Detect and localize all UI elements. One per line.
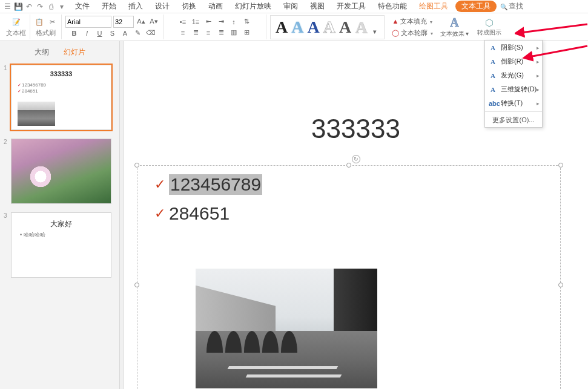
group-font: A▴ A▾ B I U S A ✎ ⌫ xyxy=(62,15,164,39)
slide-image[interactable] xyxy=(196,269,377,388)
clear-format-icon[interactable]: ⌫ xyxy=(145,28,156,39)
indent-inc-icon[interactable]: ⇥ xyxy=(216,16,226,27)
wordart-style-3[interactable]: A xyxy=(306,18,320,37)
menu-transform[interactable]: abc转换(T)▸ xyxy=(485,96,542,110)
align-left-icon[interactable]: ≡ xyxy=(177,27,188,38)
text-outline-label: 文本轮廓 xyxy=(401,28,428,38)
formatpainter-label[interactable]: 格式刷 xyxy=(36,28,56,38)
bullet-2-text[interactable]: 284651 xyxy=(169,203,230,224)
tab-start[interactable]: 开始 xyxy=(97,0,121,13)
align-obj-icon[interactable]: ⊞ xyxy=(241,27,252,38)
tab-view[interactable]: 视图 xyxy=(305,0,329,13)
decrease-font-icon[interactable]: A▾ xyxy=(148,16,159,27)
tab-review[interactable]: 审阅 xyxy=(279,0,303,13)
handle-ne[interactable] xyxy=(558,163,563,168)
text-effects-button[interactable]: A 文本效果 ▾ xyxy=(438,15,471,39)
menu-3d-rotate[interactable]: A三维旋转(D)▸ xyxy=(485,82,542,96)
text-fill-button[interactable]: ▲文本填充 xyxy=(392,16,433,27)
text-outline-button[interactable]: ◯文本轮廓 xyxy=(392,27,433,38)
content-textbox[interactable]: ✓ 123456789 ✓ 284651 xyxy=(137,165,561,389)
bullet-1[interactable]: ✓ 123456789 xyxy=(154,174,262,195)
group-text-effects: A 文本效果 ▾ xyxy=(437,15,472,39)
image-arches xyxy=(206,331,297,353)
text-fill-label: 文本填充 xyxy=(400,17,427,26)
align-justify-icon[interactable]: ≣ xyxy=(216,27,226,38)
text-direction-icon[interactable]: ⇅ xyxy=(241,16,252,27)
menu-3d-rotate-label: 三维旋转(D) xyxy=(501,85,537,94)
font-size-input[interactable] xyxy=(113,16,134,28)
font-name-input[interactable] xyxy=(65,16,111,28)
tab-file[interactable]: 文件 xyxy=(70,0,94,13)
italic-icon[interactable]: I xyxy=(82,28,93,39)
app-menu-icon[interactable]: ☰ xyxy=(2,2,12,11)
handle-w[interactable] xyxy=(134,283,139,287)
thumbnail-1[interactable]: 333333 123456789 284651 xyxy=(11,65,111,130)
wordart-style-4[interactable]: A xyxy=(322,18,337,37)
image-roadline-2 xyxy=(246,374,342,378)
wordart-style-1[interactable]: A xyxy=(274,18,289,37)
tab-slideshow[interactable]: 幻灯片放映 xyxy=(230,0,276,13)
bullet-2[interactable]: ✓ 284651 xyxy=(154,203,230,224)
paste-icon[interactable]: 📋 xyxy=(34,17,45,28)
thumbnail-3[interactable]: 大家好 • 哈哈哈哈 xyxy=(11,212,111,278)
menu-tabs: 文件 开始 插入 设计 切换 动画 幻灯片放映 审阅 视图 开发工具 特色功能 … xyxy=(70,0,497,13)
thumb-number-1: 1 xyxy=(4,65,8,71)
checkmark-icon: ✓ xyxy=(154,177,165,192)
convert-shape-button[interactable]: ⬡ 转成图示 xyxy=(475,17,503,37)
columns-icon[interactable]: ▥ xyxy=(228,27,239,38)
tab-text-tools[interactable]: 文本工具 xyxy=(455,1,497,12)
tab-special[interactable]: 特色功能 xyxy=(373,0,412,13)
qat-more-icon[interactable]: ▾ xyxy=(57,2,67,11)
align-right-icon[interactable]: ≡ xyxy=(203,27,214,38)
tab-insert[interactable]: 插入 xyxy=(124,0,148,13)
wordart-style-6[interactable]: A xyxy=(354,18,368,37)
tab-dev[interactable]: 开发工具 xyxy=(332,0,371,13)
strike-icon[interactable]: S xyxy=(107,28,118,39)
save-icon[interactable]: 💾 xyxy=(13,2,23,11)
slides-tab[interactable]: 幻灯片 xyxy=(58,46,91,59)
menu-reflection[interactable]: A倒影(R)▸ xyxy=(485,54,542,68)
menu-more-settings[interactable]: 更多设置(O)... xyxy=(485,113,542,127)
tab-transition[interactable]: 切换 xyxy=(177,0,201,13)
underline-icon[interactable]: U xyxy=(94,28,105,39)
tab-design[interactable]: 设计 xyxy=(150,0,174,13)
wordart-gallery[interactable]: A A A A A A ▾ xyxy=(270,15,385,39)
thumb-slot-1: 1 333333 123456789 284651 xyxy=(0,62,119,136)
redo-icon[interactable]: ↷ xyxy=(35,2,45,11)
handle-n[interactable] xyxy=(346,163,351,168)
transform-icon: abc xyxy=(489,100,497,107)
bullet-1-text[interactable]: 123456789 xyxy=(169,174,262,195)
bold-icon[interactable]: B xyxy=(69,28,80,39)
menu-shadow[interactable]: A阴影(S)▸ xyxy=(485,41,542,54)
convert-shape-icon: ⬡ xyxy=(485,17,494,28)
tab-drawing-tools[interactable]: 绘图工具 xyxy=(414,0,453,13)
menu-reflection-label: 倒影(R) xyxy=(501,57,523,66)
rotation-handle[interactable] xyxy=(352,155,360,163)
line-spacing-icon[interactable]: ↕ xyxy=(228,16,239,27)
align-center-icon[interactable]: ≣ xyxy=(190,27,201,38)
thumbnail-2[interactable] xyxy=(11,139,111,204)
tab-animation[interactable]: 动画 xyxy=(203,0,228,13)
print-icon[interactable]: ⎙ xyxy=(46,2,56,11)
wordart-style-5[interactable]: A xyxy=(338,18,352,37)
textbox-icon[interactable]: 📝 xyxy=(11,17,22,28)
search-box[interactable]: 查找 xyxy=(500,1,523,11)
highlight-icon[interactable]: ✎ xyxy=(133,28,144,39)
indent-dec-icon[interactable]: ⇤ xyxy=(203,16,214,27)
wordart-style-2[interactable]: A xyxy=(290,18,305,37)
numbering-icon[interactable]: 1≡ xyxy=(190,16,201,27)
handle-e[interactable] xyxy=(558,283,563,287)
reflection-icon: A xyxy=(489,58,497,65)
wordart-more-icon[interactable]: ▾ xyxy=(369,27,380,38)
rotate3d-icon: A xyxy=(489,86,497,93)
outline-tab[interactable]: 大纲 xyxy=(28,46,55,59)
cut-icon[interactable]: ✂ xyxy=(47,17,58,28)
thumb-slot-3: 3 大家好 • 哈哈哈哈 xyxy=(0,210,119,284)
glow-icon: A xyxy=(489,72,497,79)
undo-icon[interactable]: ↶ xyxy=(24,2,34,11)
increase-font-icon[interactable]: A▴ xyxy=(136,16,147,27)
bullets-icon[interactable]: •≡ xyxy=(177,16,188,27)
handle-nw[interactable] xyxy=(134,163,139,168)
font-color-icon[interactable]: A xyxy=(120,28,131,39)
menu-glow[interactable]: A发光(G)▸ xyxy=(485,68,542,82)
